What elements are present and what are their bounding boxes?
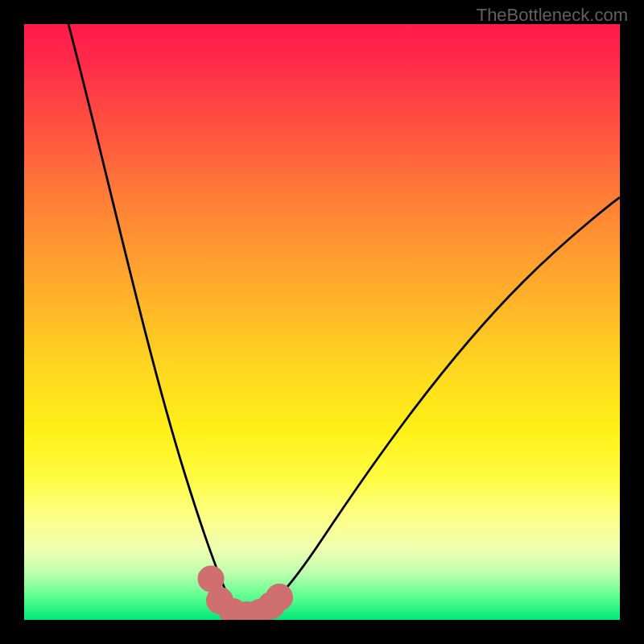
optimal-region-marker bbox=[204, 572, 287, 620]
svg-point-0 bbox=[204, 572, 217, 585]
svg-point-6 bbox=[273, 591, 287, 605]
chart-curves-svg bbox=[24, 24, 620, 620]
bottleneck-curve-left bbox=[68, 24, 246, 617]
chart-plot-area bbox=[24, 24, 620, 620]
bottleneck-curve-right bbox=[246, 197, 620, 617]
watermark-text: TheBottleneck.com bbox=[477, 5, 628, 26]
